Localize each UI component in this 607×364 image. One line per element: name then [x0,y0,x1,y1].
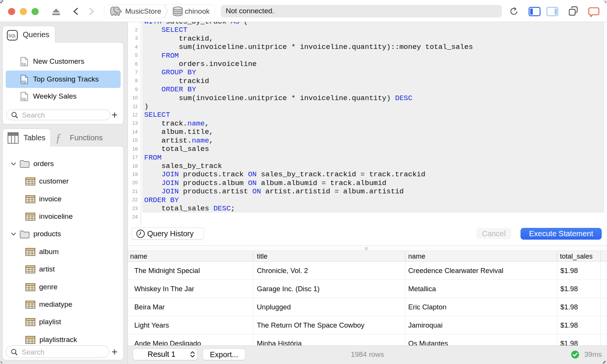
svg-text:SQL: SQL [8,33,16,38]
svg-text:SQL: SQL [22,80,27,83]
svg-text:SQL: SQL [22,63,27,66]
svg-text:SQL: SQL [22,97,27,100]
